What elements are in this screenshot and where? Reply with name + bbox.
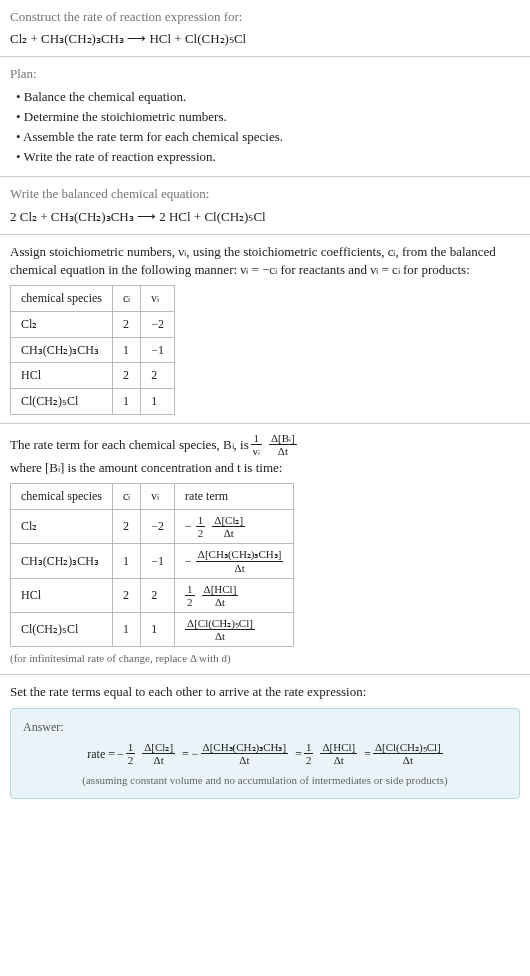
cell-vi: −1	[141, 337, 175, 363]
cell-species: HCl	[11, 578, 113, 612]
rate-intro-a: The rate term for each chemical species,…	[10, 436, 249, 454]
coeff-frac: 12	[304, 741, 314, 766]
col-ci: cᵢ	[112, 484, 140, 510]
table-row: HCl 2 2 12 Δ[HCl]Δt	[11, 578, 294, 612]
delta-frac: Δ[Cl(CH₂)₅Cl]Δt	[373, 741, 443, 766]
cell-species: Cl₂	[11, 510, 113, 544]
cell-ci: 2	[112, 311, 140, 337]
col-species: chemical species	[11, 286, 113, 312]
cell-species: Cl(CH₂)₅Cl	[11, 389, 113, 415]
answer-equation: rate = − 12 Δ[Cl₂]Δt = − Δ[CH₃(CH₂)₃CH₃]…	[23, 741, 507, 766]
table-row: Cl(CH₂)₅Cl 1 1 Δ[Cl(CH₂)₅Cl]Δt	[11, 612, 294, 646]
plan-item: • Assemble the rate term for each chemic…	[16, 128, 520, 146]
delta-frac: Δ[CH₃(CH₂)₃CH₃]Δt	[201, 741, 289, 766]
prompt-section: Construct the rate of reaction expressio…	[0, 0, 530, 57]
cell-vi: −2	[141, 510, 175, 544]
coeff-frac: 12	[126, 741, 136, 766]
delta-frac: Δ[Cl₂]Δt	[142, 741, 175, 766]
rate-terms-footnote: (for infinitesimal rate of change, repla…	[10, 651, 520, 666]
rate-intro-frac2: Δ[Bᵢ] Δt	[269, 432, 297, 457]
cell-rate-term: − Δ[CH₃(CH₂)₃CH₃]Δt	[175, 544, 294, 578]
prompt-title: Construct the rate of reaction expressio…	[10, 8, 520, 26]
plan-item: • Write the rate of reaction expression.	[16, 148, 520, 166]
col-vi: νᵢ	[141, 286, 175, 312]
table-row: CH₃(CH₂)₃CH₃ 1 −1 − Δ[CH₃(CH₂)₃CH₃]Δt	[11, 544, 294, 578]
rate-terms-section: The rate term for each chemical species,…	[0, 424, 530, 675]
cell-vi: −1	[141, 544, 175, 578]
col-species: chemical species	[11, 484, 113, 510]
delta-frac: Δ[HCl]Δt	[320, 741, 357, 766]
cell-species: CH₃(CH₂)₃CH₃	[11, 544, 113, 578]
delta-frac: Δ[CH₃(CH₂)₃CH₃]Δt	[196, 548, 284, 573]
cell-rate-term: 12 Δ[HCl]Δt	[175, 578, 294, 612]
table-row: HCl 2 2	[11, 363, 175, 389]
delta-frac: Δ[HCl]Δt	[202, 583, 239, 608]
plan-section: Plan: • Balance the chemical equation. •…	[0, 57, 530, 177]
plan-item: • Balance the chemical equation.	[16, 88, 520, 106]
col-rate-term: rate term	[175, 484, 294, 510]
cell-rate-term: − 12 Δ[Cl₂]Δt	[175, 510, 294, 544]
cell-rate-term: Δ[Cl(CH₂)₅Cl]Δt	[175, 612, 294, 646]
balanced-equation: 2 Cl₂ + CH₃(CH₂)₃CH₃ ⟶ 2 HCl + Cl(CH₂)₅C…	[10, 208, 520, 226]
cell-vi: 1	[141, 389, 175, 415]
stoich-intro: Assign stoichiometric numbers, νᵢ, using…	[10, 243, 520, 279]
prompt-equation: Cl₂ + CH₃(CH₂)₃CH₃ ⟶ HCl + Cl(CH₂)₅Cl	[10, 30, 520, 48]
final-title: Set the rate terms equal to each other t…	[10, 683, 520, 701]
rate-terms-intro: The rate term for each chemical species,…	[10, 432, 520, 477]
cell-species: Cl₂	[11, 311, 113, 337]
cell-ci: 1	[112, 337, 140, 363]
table-header-row: chemical species cᵢ νᵢ rate term	[11, 484, 294, 510]
balanced-title: Write the balanced chemical equation:	[10, 185, 520, 203]
cell-vi: 1	[141, 612, 175, 646]
answer-prefix: rate =	[87, 746, 115, 763]
cell-species: CH₃(CH₂)₃CH₃	[11, 337, 113, 363]
rate-terms-table: chemical species cᵢ νᵢ rate term Cl₂ 2 −…	[10, 483, 294, 647]
plan-item: • Determine the stoichiometric numbers.	[16, 108, 520, 126]
cell-vi: −2	[141, 311, 175, 337]
final-section: Set the rate terms equal to each other t…	[0, 675, 530, 807]
cell-ci: 2	[112, 363, 140, 389]
col-ci: cᵢ	[112, 286, 140, 312]
table-row: CH₃(CH₂)₃CH₃ 1 −1	[11, 337, 175, 363]
cell-species: Cl(CH₂)₅Cl	[11, 612, 113, 646]
cell-ci: 1	[112, 544, 140, 578]
cell-ci: 2	[112, 510, 140, 544]
answer-box: Answer: rate = − 12 Δ[Cl₂]Δt = − Δ[CH₃(C…	[10, 708, 520, 799]
cell-ci: 1	[112, 612, 140, 646]
rate-intro-b: where [Bᵢ] is the amount concentration a…	[10, 459, 282, 477]
cell-species: HCl	[11, 363, 113, 389]
cell-ci: 1	[112, 389, 140, 415]
cell-ci: 2	[112, 578, 140, 612]
table-row: Cl₂ 2 −2 − 12 Δ[Cl₂]Δt	[11, 510, 294, 544]
table-row: Cl(CH₂)₅Cl 1 1	[11, 389, 175, 415]
answer-label: Answer:	[23, 719, 507, 736]
answer-note: (assuming constant volume and no accumul…	[23, 773, 507, 788]
delta-frac: Δ[Cl(CH₂)₅Cl]Δt	[185, 617, 255, 642]
rate-intro-frac1: 1 νᵢ	[251, 432, 262, 457]
cell-vi: 2	[141, 363, 175, 389]
balanced-section: Write the balanced chemical equation: 2 …	[0, 177, 530, 234]
stoich-section: Assign stoichiometric numbers, νᵢ, using…	[0, 235, 530, 424]
stoich-table: chemical species cᵢ νᵢ Cl₂ 2 −2 CH₃(CH₂)…	[10, 285, 175, 415]
table-row: Cl₂ 2 −2	[11, 311, 175, 337]
delta-frac: Δ[Cl₂]Δt	[212, 514, 245, 539]
plan-title: Plan:	[10, 65, 520, 83]
col-vi: νᵢ	[141, 484, 175, 510]
coeff-frac: 12	[185, 583, 195, 608]
cell-vi: 2	[141, 578, 175, 612]
coeff-frac: 12	[196, 514, 206, 539]
table-header-row: chemical species cᵢ νᵢ	[11, 286, 175, 312]
plan-list: • Balance the chemical equation. • Deter…	[10, 88, 520, 167]
